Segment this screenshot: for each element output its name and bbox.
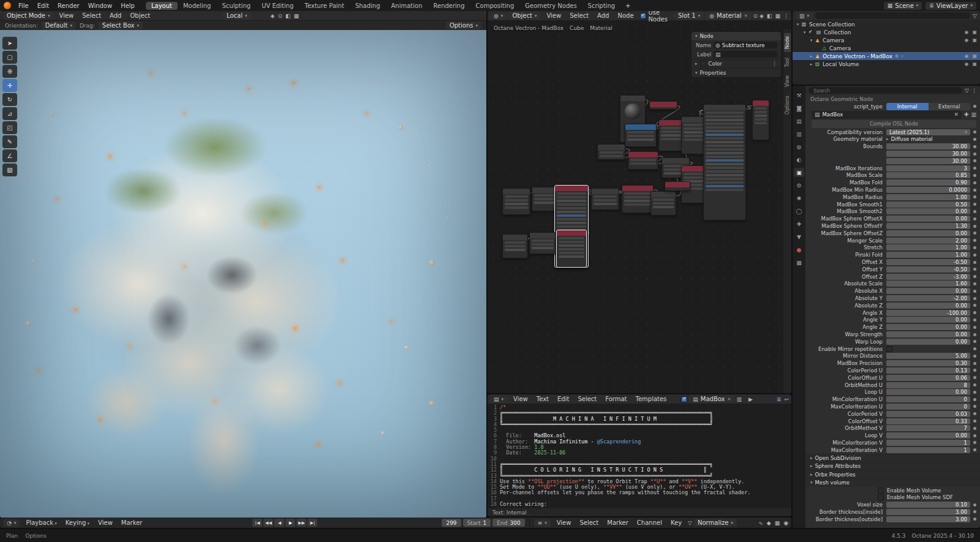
shader-node-12[interactable] [532, 187, 557, 211]
param-value-field[interactable]: -0.50 [886, 259, 970, 265]
section-open-subdivision[interactable]: ▸Open SubDivision [805, 454, 980, 462]
param-value-field[interactable]: 1.00 [886, 252, 970, 258]
transport-step-back[interactable]: ◀ [274, 519, 284, 527]
topbar-menu-window[interactable]: Window [84, 2, 116, 10]
collection-checkbox[interactable] [807, 29, 813, 36]
param-value-field[interactable]: 0.03 [886, 411, 970, 417]
param-value-field[interactable]: 0.0000 [886, 187, 970, 193]
viewport-menu-select[interactable]: Select [78, 12, 105, 20]
dopesheet-editor-type[interactable]: ≡ ▾ [534, 519, 551, 527]
geo-material-socket[interactable]: ▸ Diffuse material [886, 136, 970, 142]
annotate-tool[interactable]: ✎ [2, 135, 17, 148]
timeline-editor-type[interactable]: ◔ ▾ [3, 519, 20, 527]
animate-dot[interactable] [973, 503, 976, 506]
param-value-field[interactable]: 0.00 [886, 324, 970, 330]
animate-dot[interactable] [973, 369, 976, 372]
param-value-field[interactable]: 1.60 [886, 280, 970, 287]
transport-play[interactable]: ▶ [285, 519, 295, 527]
line-numbers-toggle-icon[interactable]: ≣ [777, 396, 782, 402]
word-wrap-toggle-icon[interactable]: ↩ [784, 396, 789, 402]
transport-prev-keyframe[interactable]: ◀◀ [263, 519, 273, 527]
param-value-field[interactable]: 0.50 [886, 201, 970, 208]
properties-tab-view-layer[interactable]: ▥ [794, 129, 804, 138]
section-mesh-volume[interactable]: ▾Mesh volume [805, 478, 980, 487]
animate-dot[interactable] [973, 362, 976, 365]
shader-node-4[interactable] [681, 116, 706, 154]
shader-node-10[interactable] [752, 100, 769, 140]
color-section[interactable]: ▸ Color ⋮ [692, 59, 781, 68]
viewport-menu-object[interactable]: Object [126, 12, 154, 20]
outliner-row-camera[interactable]: ▾▲Camera◉▣ [793, 36, 980, 44]
timeline-menu-marker[interactable]: Marker [117, 519, 147, 527]
workspace-tab-geometry-nodes[interactable]: Geometry Nodes [519, 2, 582, 10]
param-value-field[interactable]: 1 [886, 447, 970, 453]
disclosure-icon[interactable]: ▾ [795, 22, 801, 27]
dopesheet-menu-marker[interactable]: Marker [603, 519, 633, 527]
animate-dot[interactable] [973, 427, 976, 430]
animate-dot[interactable] [973, 225, 976, 228]
animate-dot[interactable] [973, 254, 976, 257]
param-value-field[interactable]: -100.00 [886, 310, 970, 316]
render-visibility-icon[interactable]: ▣ [972, 53, 977, 59]
animate-dot[interactable] [973, 268, 976, 271]
param-value-field[interactable]: 0.00 [886, 339, 970, 345]
param-value-field[interactable]: 0.00 [886, 303, 970, 309]
shader-header-icon-1[interactable]: ◧ [767, 13, 772, 19]
param-value-field[interactable]: 3.00 [886, 509, 970, 515]
animate-dot[interactable] [973, 434, 976, 437]
pin-icon[interactable]: ⊙ [753, 13, 758, 19]
param-value-field[interactable]: 0.90 [886, 179, 970, 186]
option-checkbox[interactable] [878, 494, 884, 500]
properties-tab-output[interactable]: ▤ [794, 116, 804, 126]
shader-menu-view[interactable]: View [542, 12, 565, 20]
animate-dot[interactable] [973, 347, 976, 350]
eye-icon[interactable]: ◉ [964, 29, 968, 35]
properties-tab-physics[interactable]: ◯ [794, 206, 804, 216]
param-value-field[interactable]: -0.50 [886, 266, 970, 273]
viewport-menu-add[interactable]: Add [105, 12, 126, 20]
param-value-field[interactable]: 1.30 [886, 223, 970, 229]
dots-icon[interactable]: ⋮ [772, 61, 777, 67]
param-value-field[interactable]: 3.00 [886, 516, 970, 522]
param-value-field[interactable]: 3 [886, 165, 970, 171]
new-text-icon[interactable]: ✚ [964, 111, 969, 118]
dopesheet-menu-key[interactable]: Key [666, 519, 686, 527]
animate-dot[interactable] [973, 391, 976, 394]
param-value-field[interactable]: 0.00 [886, 317, 970, 323]
animate-dot[interactable] [973, 261, 976, 264]
workspace-tab-texture-paint[interactable]: Texture Paint [299, 2, 350, 10]
section-sphere-attributes[interactable]: ▸Sphere Attributes [805, 462, 980, 470]
workspace-tab-rendering[interactable]: Rendering [428, 2, 470, 10]
param-value-field[interactable]: 0 [886, 404, 970, 410]
shader-node-11[interactable] [502, 188, 530, 215]
shader-node-6[interactable] [628, 151, 658, 170]
viewport-header-icon-0[interactable]: ◈ [271, 13, 275, 19]
shader-menu-add[interactable]: Add [593, 12, 613, 20]
close-icon[interactable]: ✕ [728, 397, 731, 402]
drag-selector[interactable]: Select Box ▾ [99, 21, 143, 29]
animate-dot[interactable] [973, 376, 976, 379]
workspace-tab-shading[interactable]: Shading [350, 2, 386, 10]
text-menu-format[interactable]: Format [601, 395, 631, 403]
shader-node-5[interactable] [597, 144, 625, 160]
shader-node-17[interactable] [665, 181, 690, 191]
animate-dot[interactable] [973, 105, 976, 108]
dopesheet-icon-1[interactable]: ◆ [767, 520, 771, 526]
param-value-field[interactable]: 0.00 [886, 208, 970, 214]
node-panel-header[interactable]: ▾ Node [692, 32, 781, 40]
cursor-tool[interactable]: ⊕ [2, 65, 17, 78]
shader-header-icon-2[interactable]: ▦ [775, 13, 780, 19]
animate-dot[interactable] [973, 290, 976, 293]
properties-tab-scene[interactable]: ◍ [794, 142, 804, 151]
animate-dot[interactable] [973, 326, 976, 329]
viewport-header-icon-1[interactable]: ⊙ [277, 13, 282, 19]
scene-selector[interactable]: ▦ Scene ▾ [884, 2, 922, 10]
node-canvas[interactable]: Octane Vectron - MadBoxCubeMaterial ▾ No… [488, 20, 791, 393]
use-nodes-toggle[interactable]: Use Nodes [640, 11, 673, 23]
close-icon[interactable]: ✕ [744, 13, 748, 18]
viewport-header-icon-3[interactable]: ▦ [293, 13, 299, 19]
transport-jump-end[interactable]: ▶| [307, 519, 317, 527]
breadcrumb-item-2[interactable]: Material [590, 25, 612, 31]
text-menu-edit[interactable]: Edit [553, 395, 573, 403]
animate-dot[interactable] [973, 282, 976, 285]
